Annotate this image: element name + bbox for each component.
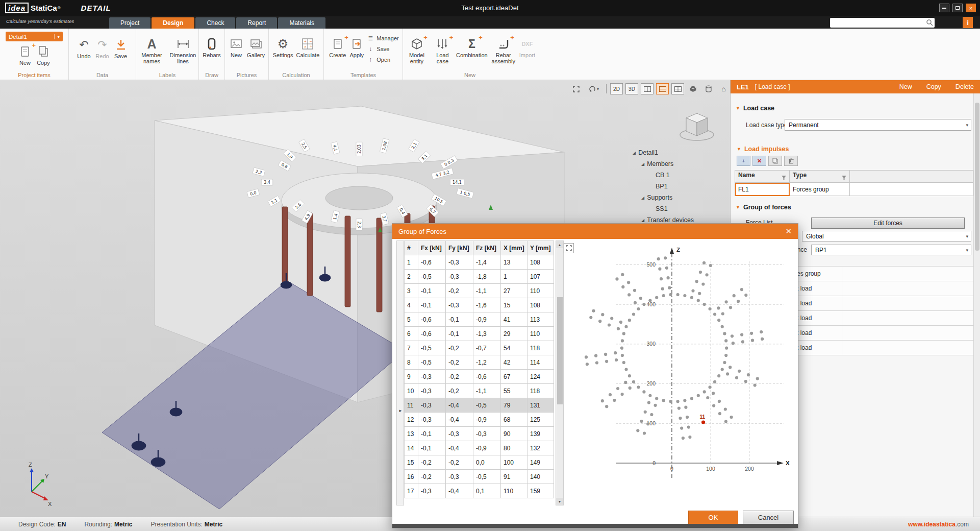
tree-expander-icon[interactable]: ◢: [641, 218, 644, 223]
forces-table-row[interactable]: 4-0,1-0,3-1,615108: [405, 298, 554, 312]
workplane-c-button[interactable]: [671, 83, 684, 94]
template-manager-button[interactable]: ≣ Manager: [367, 35, 398, 42]
section-load-case[interactable]: ▼ Load case: [736, 105, 774, 112]
create-template-button[interactable]: + Create: [328, 35, 347, 59]
member-names-button[interactable]: A Member names: [136, 35, 167, 65]
workplane-b-button[interactable]: [656, 83, 669, 94]
forces-table-row[interactable]: 3-0,1-0,2-1,127110: [405, 284, 554, 298]
forces-table[interactable]: #Fx [kN]Fy [kN]Fz [kN]X [mm]Y [mm]1-0,6-…: [404, 240, 554, 498]
column-header-type[interactable]: Type: [790, 171, 850, 183]
tree-item-bp1[interactable]: BP1: [631, 181, 727, 192]
redo-button[interactable]: ↷ Redo: [93, 36, 112, 60]
workplane-a-button[interactable]: [641, 83, 654, 94]
navigation-cube[interactable]: [678, 105, 716, 148]
forces-table-row[interactable]: 16-0,2-0,3-0,591140: [405, 470, 554, 484]
forces-column-header[interactable]: X [mm]: [501, 241, 527, 255]
forces-table-row[interactable]: 9-0,3-0,2-0,667124: [405, 370, 554, 384]
restore-button[interactable]: [952, 4, 963, 12]
save-button[interactable]: Save: [112, 36, 130, 60]
forces-table-row[interactable]: 17-0,3-0,40,1110159: [405, 484, 554, 498]
view-3d-button[interactable]: 3D: [625, 83, 638, 94]
forces-table-row[interactable]: 1-0,6-0,3-1,413108: [405, 255, 554, 270]
shaded-view-icon[interactable]: [702, 83, 715, 94]
copy-load-case-link[interactable]: Copy: [926, 83, 941, 90]
delete-impulse-button[interactable]: ✕: [752, 156, 766, 166]
orbit-icon[interactable]: ▾: [585, 83, 602, 94]
tree-expander-icon[interactable]: ◢: [641, 162, 644, 166]
section-load-impulses[interactable]: ▼ Load impulses: [737, 146, 789, 153]
template-open-button[interactable]: ↑ Open: [367, 56, 398, 63]
home-view-icon[interactable]: ⌂: [717, 83, 730, 94]
tree-item-supports[interactable]: ◢Supports: [631, 192, 727, 203]
ok-button[interactable]: OK: [688, 511, 738, 524]
tab-design[interactable]: Design: [152, 17, 194, 29]
forces-column-header[interactable]: Fz [kN]: [473, 241, 501, 255]
delete-load-case-link[interactable]: Delete: [956, 83, 974, 90]
tree-item-ss1[interactable]: SS1: [631, 203, 727, 214]
new-load-case-button[interactable]: + Load case: [431, 35, 455, 65]
fullscreen-icon[interactable]: [570, 83, 583, 94]
tree-item-members[interactable]: ◢Members: [631, 158, 727, 170]
scroll-up-icon[interactable]: ▲: [556, 241, 563, 248]
filter-icon[interactable]: [782, 174, 786, 181]
forces-column-header[interactable]: Fx [kN]: [418, 241, 446, 255]
tab-report[interactable]: Report: [236, 17, 277, 29]
forces-table-row[interactable]: 15-0,2-0,20,0100149: [405, 455, 554, 470]
filter-icon[interactable]: [842, 174, 846, 181]
combination-button[interactable]: Σ+ Combination: [455, 35, 489, 59]
close-icon[interactable]: ✕: [785, 227, 792, 236]
minimize-button[interactable]: [939, 4, 949, 12]
settings-button[interactable]: ⚙ Settings: [271, 35, 295, 59]
rebar-assembly-button[interactable]: + Rebar assembly: [489, 35, 518, 65]
calculate-button[interactable]: +−×÷ Calculate: [294, 35, 321, 59]
view-2d-button[interactable]: 2D: [610, 83, 623, 94]
gallery-button[interactable]: Gallery: [245, 35, 266, 59]
dialog-title-bar[interactable]: Group of Forces ✕: [392, 224, 798, 239]
forces-table-row[interactable]: 7-0,5-0,2-0,754118: [405, 341, 554, 355]
forces-table-row[interactable]: 11-0,3-0,4-0,579131: [405, 398, 554, 413]
tree-item-detail1[interactable]: ◢Detail1: [631, 147, 727, 158]
forces-column-header[interactable]: Y [mm]: [527, 241, 554, 255]
search-input[interactable]: [832, 18, 924, 27]
tab-project[interactable]: Project: [109, 17, 150, 29]
new-load-case-link[interactable]: New: [899, 83, 912, 90]
tree-item-cb-1[interactable]: CB 1: [631, 170, 727, 181]
forces-table-row[interactable]: 14-0,1-0,4-0,980132: [405, 441, 554, 455]
apply-template-button[interactable]: Apply: [347, 35, 366, 59]
dxf-import-button[interactable]: DXF Import: [518, 35, 537, 59]
coordinate-system-select[interactable]: Global ▾: [802, 231, 971, 242]
close-button[interactable]: ×: [966, 4, 976, 12]
forces-table-row[interactable]: 8-0,5-0,2-1,242114: [405, 355, 554, 370]
detail1-dropdown-button[interactable]: Detail1 ▾: [6, 32, 63, 41]
tree-expander-icon[interactable]: ◢: [633, 151, 636, 155]
edit-forces-button[interactable]: Edit forces: [811, 218, 965, 229]
forces-column-header[interactable]: #: [405, 241, 418, 255]
add-impulse-button[interactable]: +: [737, 156, 750, 166]
tab-check[interactable]: Check: [195, 17, 235, 29]
forces-table-row[interactable]: 12-0,3-0,4-0,968125: [405, 413, 554, 427]
scroll-down-icon[interactable]: ▼: [556, 498, 563, 505]
forces-column-header[interactable]: Fy [kN]: [446, 241, 473, 255]
undo-button[interactable]: ↶ Undo: [75, 36, 93, 60]
reference-select[interactable]: BP1 ▾: [811, 245, 971, 255]
tree-expander-icon[interactable]: ◢: [641, 196, 644, 200]
plot-fullscreen-icon[interactable]: [564, 243, 574, 253]
load-case-type-select[interactable]: Permanent ▾: [785, 119, 971, 131]
solid-view-icon[interactable]: [687, 83, 699, 94]
cancel-button[interactable]: Cancel: [743, 511, 794, 524]
copy-project-item-button[interactable]: Copy: [34, 42, 53, 67]
forces-table-row[interactable]: 10-0,3-0,2-1,155118: [405, 384, 554, 398]
dimension-lines-button[interactable]: Dimension lines: [167, 35, 198, 65]
section-group-of-forces[interactable]: ▼ Group of forces: [736, 204, 791, 211]
forces-table-row[interactable]: 6-0,6-0,1-1,329110: [405, 327, 554, 341]
rebars-button[interactable]: Rebars: [201, 35, 222, 59]
new-picture-button[interactable]: New: [227, 35, 245, 59]
table-scrollbar[interactable]: ▲ ▼: [556, 240, 564, 505]
impulse-row[interactable]: FL1 Forces group: [735, 183, 973, 196]
column-header-name[interactable]: Name: [735, 171, 790, 183]
website-link[interactable]: www.ideastatica.com: [908, 521, 969, 528]
info-button[interactable]: i: [963, 17, 973, 28]
delete-all-button[interactable]: [784, 156, 798, 166]
template-save-button[interactable]: ↓ Save: [367, 45, 398, 53]
model-entity-button[interactable]: + Model entity: [403, 35, 431, 65]
